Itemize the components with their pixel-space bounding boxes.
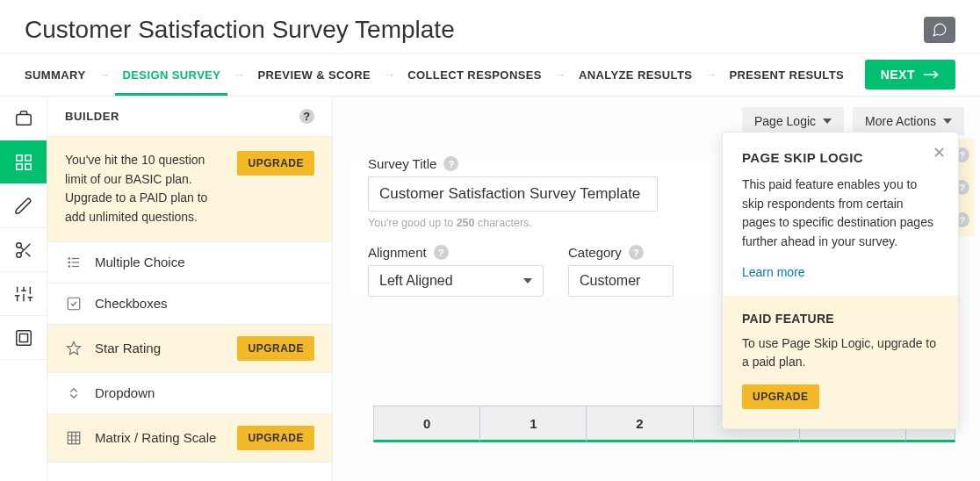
qtype-matrix[interactable]: Matrix / Rating Scale UPGRADE	[47, 414, 332, 463]
help-icon[interactable]: ?	[434, 245, 449, 260]
page-title: Customer Satisfaction Survey Template	[25, 16, 455, 44]
alignment-label: Alignment	[368, 245, 427, 260]
scale-cell-2[interactable]: 2	[587, 406, 693, 442]
close-icon[interactable]: ✕	[933, 143, 946, 162]
popover-title: PAGE SKIP LOGIC	[742, 150, 939, 165]
tab-design-survey[interactable]: DESIGN SURVEY	[122, 68, 220, 82]
alignment-value: Left Aligned	[379, 273, 453, 289]
tab-collect-responses[interactable]: COLLECT RESPONSES	[407, 68, 542, 82]
category-label: Category	[568, 245, 622, 260]
sliders-icon	[14, 284, 33, 304]
qtype-label: Star Rating	[95, 341, 161, 355]
sidebar-title: BUILDER	[65, 110, 119, 123]
svg-rect-1	[16, 154, 21, 160]
qtype-star-rating[interactable]: Star Rating UPGRADE	[47, 325, 332, 373]
help-icon[interactable]: ?	[443, 156, 458, 171]
upgrade-button[interactable]: UPGRADE	[237, 426, 314, 450]
more-actions-label: More Actions	[865, 114, 936, 128]
svg-rect-13	[68, 432, 80, 444]
svg-point-6	[16, 252, 21, 257]
qtype-label: Multiple Choice	[95, 255, 185, 269]
learn-more-link[interactable]: Learn more	[742, 265, 805, 279]
chevron-right-icon: →	[383, 68, 395, 82]
upgrade-notice-text: You've hit the 10 question limit of our …	[65, 151, 223, 227]
next-label: NEXT	[881, 68, 915, 82]
svg-rect-0	[16, 114, 31, 125]
rail-item-briefcase[interactable]	[0, 97, 47, 140]
tab-analyze-results[interactable]: ANALYZE RESULTS	[579, 68, 693, 82]
paid-feature-title: PAID FEATURE	[742, 312, 939, 326]
blocks-icon	[14, 153, 33, 172]
upgrade-button[interactable]: UPGRADE	[742, 384, 819, 409]
svg-rect-3	[16, 163, 21, 169]
rail-item-layout[interactable]	[0, 316, 47, 360]
rail-item-builder[interactable]	[0, 140, 47, 184]
checkbox-icon	[65, 295, 83, 312]
qtype-label: Checkboxes	[95, 296, 168, 311]
survey-title-label: Survey Title	[368, 156, 436, 171]
tab-summary[interactable]: SUMMARY	[25, 68, 85, 82]
caret-down-icon	[823, 118, 832, 124]
svg-rect-4	[25, 163, 30, 169]
svg-point-11	[68, 266, 70, 268]
qtype-label: Matrix / Rating Scale	[95, 430, 216, 445]
chevron-right-icon: →	[233, 68, 245, 82]
caret-down-icon	[943, 118, 952, 124]
sort-icon	[65, 384, 83, 402]
caret-down-icon	[523, 278, 532, 284]
qtype-multiple-choice[interactable]: Multiple Choice	[47, 242, 332, 284]
wizard-tabs: SUMMARY → DESIGN SURVEY → PREVIEW & SCOR…	[0, 53, 980, 97]
paid-feature-body: To use Page Skip Logic, upgrade to a pai…	[742, 334, 939, 372]
tab-preview-score[interactable]: PREVIEW & SCORE	[257, 68, 371, 82]
pencil-icon	[14, 197, 33, 216]
tool-rail	[0, 97, 47, 481]
svg-rect-12	[68, 298, 80, 310]
survey-title-input[interactable]	[368, 176, 658, 212]
svg-point-5	[16, 242, 21, 248]
star-icon	[65, 340, 83, 357]
tab-present-results[interactable]: PRESENT RESULTS	[729, 68, 844, 82]
chevron-right-icon: →	[554, 68, 566, 82]
chat-button[interactable]	[924, 17, 955, 43]
help-icon[interactable]: ?	[629, 245, 644, 260]
grid-icon	[65, 429, 83, 447]
scale-cell-0[interactable]: 0	[373, 406, 480, 442]
svg-rect-8	[19, 334, 27, 341]
layout-icon	[14, 328, 33, 348]
svg-rect-7	[16, 330, 31, 345]
briefcase-icon	[14, 109, 33, 128]
arrow-right-icon	[924, 69, 940, 80]
scissors-icon	[14, 240, 33, 260]
qtype-checkboxes[interactable]: Checkboxes	[47, 284, 332, 325]
popover-body: This paid feature enables you to skip re…	[742, 176, 939, 252]
svg-point-9	[68, 258, 70, 260]
upgrade-button[interactable]: UPGRADE	[237, 336, 314, 361]
list-icon	[65, 254, 83, 271]
qtype-dropdown[interactable]: Dropdown	[47, 373, 332, 414]
rail-item-logic[interactable]	[0, 228, 47, 272]
chevron-right-icon: →	[704, 68, 717, 82]
upgrade-notice: You've hit the 10 question limit of our …	[47, 136, 332, 242]
chat-icon	[932, 22, 948, 38]
category-value: Customer	[580, 273, 640, 289]
upgrade-button[interactable]: UPGRADE	[237, 151, 314, 176]
qtype-label: Dropdown	[95, 385, 155, 400]
help-icon[interactable]: ?	[299, 109, 314, 124]
alignment-select[interactable]: Left Aligned	[368, 265, 544, 297]
scale-cell-1[interactable]: 1	[480, 406, 587, 442]
chevron-right-icon: →	[97, 68, 110, 82]
builder-sidebar: BUILDER ? You've hit the 10 question lim…	[47, 97, 333, 481]
next-button[interactable]: NEXT	[865, 60, 955, 90]
page-skip-logic-popover: ✕ PAGE SKIP LOGIC This paid feature enab…	[722, 132, 959, 429]
rail-item-options[interactable]	[0, 272, 47, 316]
page-logic-label: Page Logic	[754, 114, 816, 128]
svg-point-10	[68, 262, 70, 263]
category-select[interactable]: Customer	[568, 265, 674, 297]
svg-rect-2	[25, 154, 30, 160]
rail-item-edit[interactable]	[0, 184, 47, 228]
